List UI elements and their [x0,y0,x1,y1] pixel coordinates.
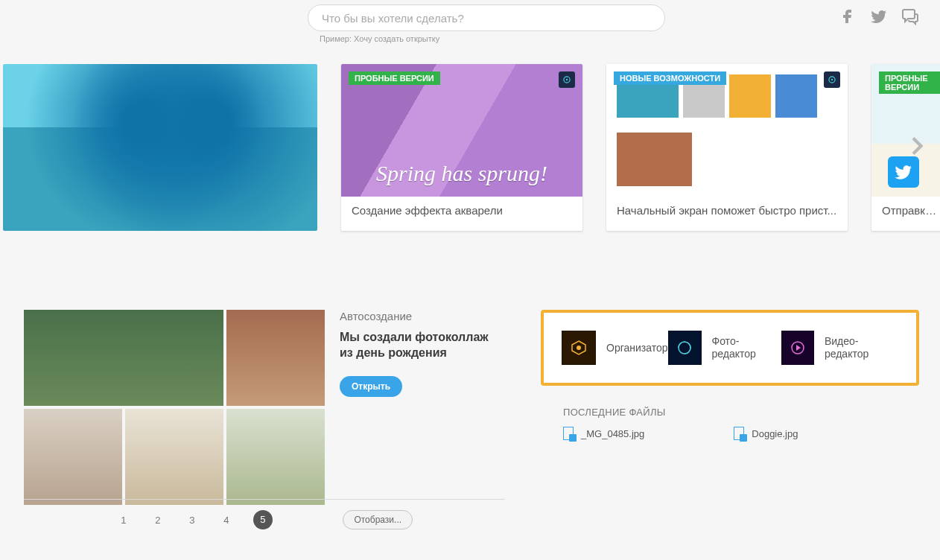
lower-section: Автосоздание Мы создали фотоколлаж из де… [0,310,940,505]
card-homescreen-thumb: НОВЫЕ ВОЗМОЖНОСТИ [606,64,848,197]
video-editor-label: Видео-редактор [825,335,898,360]
social-links [839,7,919,25]
card-watercolor-thumb: ПРОБНЫЕ ВЕРСИИ Spring has sprung! [341,64,582,197]
hero-image-content [3,64,317,231]
page-1[interactable]: 1 [116,515,131,526]
recent-file-name: Doggie.jpg [752,428,798,439]
app-logo-icon [559,71,575,88]
twitter-icon[interactable] [870,7,888,25]
page-2[interactable]: 2 [150,515,165,526]
recent-file-name: _MG_0485.jpg [581,428,644,439]
page-3[interactable]: 3 [185,515,200,526]
badge-trial: ПРОБНЫЕ ВЕРСИИ [349,71,440,85]
collage-tile [125,409,223,505]
carousel: ПРОБНЫЕ ВЕРСИИ Spring has sprung! Создан… [0,64,940,246]
search-input[interactable] [308,4,665,31]
search-container: Пример: Хочу создать открытку [308,4,665,43]
chevron-right-icon [904,133,931,159]
photo-editor-label: Фото-редактор [712,335,782,360]
launch-organizer[interactable]: Организатор [562,331,668,365]
file-icon [734,427,746,440]
autocreate-text: Автосоздание Мы создали фотоколлаж из де… [340,310,496,505]
editor-launchers: Организатор Фото-редактор Видео-редактор [541,310,919,386]
card-share-caption: Отправка фо [871,197,940,229]
autocreate-footer: 1 2 3 4 5 Отобрази... [24,499,505,529]
autocreate-title: Мы создали фотоколлаж из день рождения [340,330,496,361]
collage-tile [226,310,325,406]
collage-tile [24,409,122,505]
recent-files-list: _MG_0485.jpg Doggie.jpg [563,427,919,440]
launch-video-editor[interactable]: Видео-редактор [781,331,898,365]
file-icon [563,427,575,440]
collage-tile [226,409,325,505]
autocreate-collage[interactable] [24,310,325,505]
badge-new: НОВЫЕ ВОЗМОЖНОСТИ [614,71,726,85]
card-homescreen-caption: Начальный экран поможет быстро прист... [606,197,848,229]
organizer-label: Организатор [606,342,668,354]
app-logo-icon [824,71,840,88]
card-watercolor-caption: Создание эффекта акварели [341,197,582,229]
feedback-icon[interactable] [901,7,919,25]
show-button[interactable]: Отобрази... [343,510,413,529]
launch-photo-editor[interactable]: Фото-редактор [668,331,782,365]
svg-point-3 [831,79,833,80]
video-editor-icon [781,331,814,365]
autocreate-section: Автосоздание Мы создали фотоколлаж из де… [24,310,496,505]
autocreate-label: Автосоздание [340,310,496,322]
carousel-cards: ПРОБНЫЕ ВЕРСИИ Spring has sprung! Создан… [0,64,940,231]
card-watercolor-overlay: Spring has sprung! [341,161,582,186]
svg-point-1 [566,79,568,80]
carousel-next-button[interactable] [900,128,936,164]
page-5[interactable]: 5 [253,510,273,529]
recent-file[interactable]: Doggie.jpg [734,427,798,440]
organizer-icon [562,331,596,365]
card-homescreen[interactable]: НОВЫЕ ВОЗМОЖНОСТИ Начальный экран поможе… [606,64,848,231]
card-watercolor[interactable]: ПРОБНЫЕ ВЕРСИИ Spring has sprung! Создан… [341,64,582,231]
facebook-icon[interactable] [839,7,857,25]
pager: 1 2 3 4 5 [116,510,273,529]
right-column: Организатор Фото-редактор Видео-редактор… [541,310,919,505]
collage-tile [24,310,223,406]
photo-editor-icon [668,331,702,365]
search-example-text: Пример: Хочу создать открытку [320,34,665,43]
svg-point-4 [577,346,581,350]
open-button[interactable]: Открыть [340,376,402,397]
recent-file[interactable]: _MG_0485.jpg [563,427,644,440]
top-bar: Пример: Хочу создать открытку [0,0,940,46]
recent-files-title: ПОСЛЕДНИЕ ФАЙЛЫ [563,407,919,418]
hero-image[interactable] [3,64,317,231]
page-4[interactable]: 4 [219,515,234,526]
badge-trial: ПРОБНЫЕ ВЕРСИИ [879,71,940,94]
